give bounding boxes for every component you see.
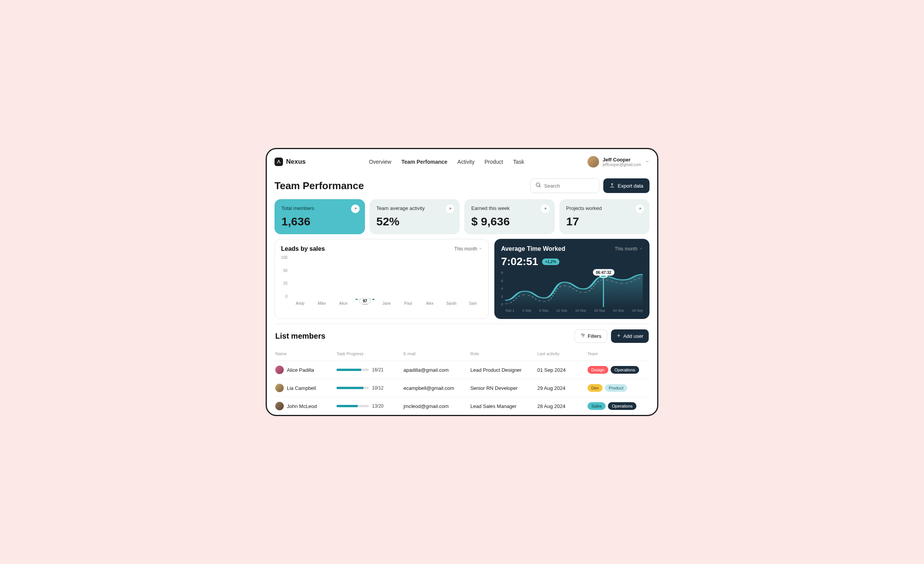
member-role: Senior RN Developer <box>470 385 537 391</box>
progress-bar <box>336 405 369 407</box>
member-last-activity: 28 Aug 2024 <box>537 403 587 409</box>
export-data-button[interactable]: Export data <box>603 178 650 193</box>
stat-card-earned-this-week[interactable]: Earned this week$ 9,636 <box>464 199 555 234</box>
avatar-icon <box>275 402 284 410</box>
progress-cell: 10/12 <box>336 385 403 391</box>
team-tag[interactable]: Product <box>605 384 627 392</box>
line-x-axis: Sep 14 Sep8 Sep12 Sep16 Sep20 Sep24 Sep2… <box>505 309 643 312</box>
stat-card-total-members[interactable]: Total members1,636 <box>275 199 365 234</box>
nav-item-activity[interactable]: Activity <box>457 159 474 165</box>
team-tags: SalesOperations <box>588 402 649 410</box>
search-input[interactable] <box>530 178 599 193</box>
member-name: John McLeod <box>287 403 317 409</box>
table-row[interactable]: John McLeod13/20jmcleod@gmail.comLead Sa… <box>275 397 649 415</box>
table-row[interactable]: Lia Campbell10/12ecampbell@gmail.comSeni… <box>275 379 649 397</box>
team-tags: DesignOperations <box>588 366 649 374</box>
chevron-down-icon <box>639 246 643 252</box>
add-user-button[interactable]: Add user <box>611 329 649 343</box>
stat-label: Team average activity <box>377 205 453 211</box>
bar-x-axis: AndyMikeAliceLiaJanePaulAlexSarahSam <box>291 301 483 306</box>
app-window: Nexus OverviewTeam PerfomanceActivityPro… <box>266 148 658 416</box>
stat-label: Projects worked <box>566 205 643 211</box>
team-tag[interactable]: Design <box>588 366 608 374</box>
search-field[interactable] <box>544 183 594 189</box>
brand: Nexus <box>275 158 306 166</box>
stat-label: Earned this week <box>471 205 548 211</box>
team-tag[interactable]: Dev <box>588 384 603 392</box>
page-title: Team Performance <box>275 180 364 192</box>
member-name-cell: Lia Campbell <box>275 384 336 392</box>
time-value: 7:02:51 <box>501 255 538 268</box>
search-icon <box>535 182 541 190</box>
table-header: NameTask ProgressE-mailRoleLast activity… <box>275 347 649 361</box>
column-name[interactable]: Name <box>275 351 336 356</box>
stat-card-projects-worked[interactable]: Projects worked17 <box>559 199 650 234</box>
member-role: Lead Sales Manager <box>470 403 537 409</box>
arrow-up-right-icon <box>351 205 360 213</box>
svg-point-0 <box>536 183 539 186</box>
stat-value: $ 9,636 <box>471 215 548 228</box>
time-chart-card: Average Time Worked This month 7:02:51 +… <box>494 239 649 319</box>
profile-email: jeffcooper@gmail.com <box>603 163 641 167</box>
filters-button[interactable]: Filters <box>574 329 607 343</box>
brand-name: Nexus <box>286 158 306 166</box>
progress-text: 10/12 <box>372 385 383 391</box>
column-task-progress[interactable]: Task Progress <box>336 351 403 356</box>
column-role[interactable]: Role <box>470 351 537 356</box>
avatar-icon <box>275 366 284 374</box>
plus-icon <box>616 333 621 339</box>
member-role: Lead Product Designer <box>470 367 537 373</box>
team-tag[interactable]: Operations <box>608 402 636 410</box>
member-last-activity: 01 Sep 2024 <box>537 367 587 373</box>
nav-item-team-perfomance[interactable]: Team Perfomance <box>401 159 447 165</box>
profile-name: Jeff Cooper <box>603 157 641 163</box>
upload-icon <box>609 183 615 189</box>
member-name-cell: Alice Padilla <box>275 366 336 374</box>
member-email: ecampbell@gmail.com <box>403 385 470 391</box>
chevron-down-icon <box>479 246 482 252</box>
progress-cell: 16/21 <box>336 367 403 373</box>
stat-value: 1,636 <box>281 215 358 228</box>
charts-row: Leads by sales This month 10060200 97 An… <box>275 239 649 319</box>
stats-row: Total members1,636Team average activity5… <box>275 199 649 234</box>
table-row[interactable]: Alice Padilla16/21apadilla@gmail.comLead… <box>275 361 649 379</box>
line-y-axis: 86420 <box>501 271 503 312</box>
progress-bar <box>336 369 369 371</box>
nav-item-overview[interactable]: Overview <box>369 159 391 165</box>
progress-text: 16/21 <box>372 367 383 373</box>
time-period-dropdown[interactable]: This month <box>615 246 643 252</box>
filter-icon <box>580 333 586 339</box>
svg-point-4 <box>583 335 584 336</box>
progress-bar <box>336 387 369 389</box>
leads-chart-card: Leads by sales This month 10060200 97 An… <box>275 239 489 319</box>
progress-cell: 13/20 <box>336 403 403 409</box>
leads-period-dropdown[interactable]: This month <box>454 246 482 252</box>
profile-menu[interactable]: Jeff Cooper jeffcooper@gmail.com <box>588 156 649 168</box>
progress-text: 13/20 <box>372 403 383 409</box>
column-last-activity[interactable]: Last activity <box>537 351 587 356</box>
bar-lia[interactable]: 97 <box>355 299 375 300</box>
svg-point-3 <box>581 334 582 334</box>
member-email: jmcleod@gmail.com <box>403 403 470 409</box>
member-last-activity: 29 Aug 2024 <box>537 385 587 391</box>
column-team[interactable]: Team <box>588 351 649 356</box>
members-section: List members Filters Add user NameTask P… <box>275 324 649 415</box>
avatar-icon <box>588 156 599 168</box>
team-tag[interactable]: Sales <box>588 402 606 410</box>
top-nav: OverviewTeam PerfomanceActivityProductTa… <box>369 159 524 165</box>
stat-value: 52% <box>377 215 453 228</box>
column-e-mail[interactable]: E-mail <box>403 351 470 356</box>
team-tag[interactable]: Operations <box>611 366 639 374</box>
nav-item-task[interactable]: Task <box>513 159 524 165</box>
title-bar: Team Performance Export data <box>275 175 649 199</box>
line-svg <box>505 271 643 307</box>
leads-chart-title: Leads by sales <box>281 245 325 252</box>
arrow-up-right-icon <box>541 205 549 213</box>
members-title: List members <box>275 332 325 341</box>
header: Nexus OverviewTeam PerfomanceActivityPro… <box>275 156 649 175</box>
nav-item-product[interactable]: Product <box>484 159 503 165</box>
stat-card-team-average-activity[interactable]: Team average activity52% <box>370 199 460 234</box>
team-tags: DevProduct <box>588 384 649 392</box>
member-name: Alice Padilla <box>287 367 314 373</box>
arrow-up-right-icon <box>636 205 644 213</box>
